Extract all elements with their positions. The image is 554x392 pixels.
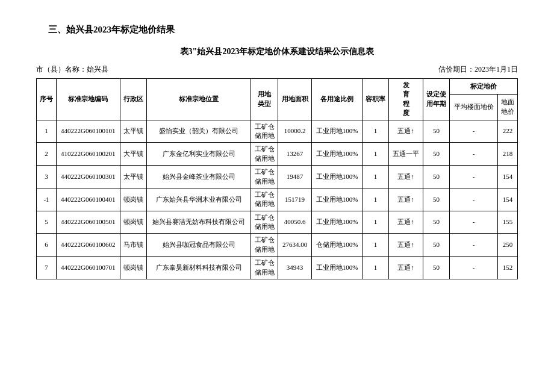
table-cell: 7 (37, 257, 57, 279)
table-cell: 410222G060100201 (56, 143, 120, 166)
table-row: 1440222G060100101太平镇盛怡实业（韶关）有限公司工矿仓储用地10… (37, 120, 518, 143)
table-row: -1440222G060100401顿岗镇广东始兴县华洲木业有限公司工矿仓储用地… (37, 188, 518, 211)
table-cell: 440222G060100101 (56, 120, 120, 143)
table-cell: 40050.6 (278, 211, 311, 234)
table-cell: 218 (497, 143, 517, 166)
table-cell: 始兴县赛洁无妨布科技有限公司 (147, 211, 251, 234)
table-cell: 50 (423, 257, 450, 279)
main-title: 三、始兴县2023年标定地价结果 (48, 24, 518, 36)
table-cell: - (450, 166, 498, 188)
table-cell: 广东始兴县华洲木业有限公司 (147, 188, 251, 211)
table-cell: 440222G060100701 (56, 257, 120, 279)
table-cell: 50 (423, 166, 450, 188)
table-cell: 50 (423, 120, 450, 143)
table-cell: 马市镇 (120, 234, 147, 257)
col-years: 设定使用年期 (423, 79, 450, 120)
table-cell: 34943 (278, 257, 311, 279)
table-cell: 工矿仓储用地 (251, 211, 278, 234)
table-cell: 152 (497, 257, 517, 279)
table-cell: 440222G060100401 (56, 188, 120, 211)
table-cell: 工矿仓储用地 (251, 234, 278, 257)
table-cell: 工矿仓储用地 (251, 257, 278, 279)
table-cell: 13267 (278, 143, 311, 166)
table-cell: 1 (362, 257, 389, 279)
table-cell: 1 (37, 120, 57, 143)
table-cell: 五通一平 (389, 143, 423, 166)
col-development: 发育程度 (389, 79, 423, 120)
table-cell: 顿岗镇 (120, 188, 147, 211)
date-label: 估价期日：2023年1月1日 (438, 64, 518, 75)
table-cell: 顿岗镇 (120, 211, 147, 234)
table-cell: - (450, 234, 498, 257)
col-usage-ratio: 各用途比例 (312, 79, 363, 120)
table-cell: - (450, 257, 498, 279)
table-row: 7440222G060100701顿岗镇广东泰昊新材料科技有限公司工矿仓储用地3… (37, 257, 518, 279)
table-cell: 工矿仓储用地 (251, 120, 278, 143)
table-cell: 250 (497, 234, 517, 257)
table-cell: 10000.2 (278, 120, 311, 143)
table-cell: 50 (423, 234, 450, 257)
col-seq: 序号 (37, 79, 57, 120)
table-row: 3440222G060100301太平镇始兴县金峰茶业有限公司工矿仓储用地194… (37, 166, 518, 188)
table-cell: - (450, 143, 498, 166)
table-cell: 50 (423, 211, 450, 234)
table-cell: 工矿仓储用地 (251, 188, 278, 211)
meta-row: 市（县）名称：始兴县 估价期日：2023年1月1日 (36, 64, 518, 75)
table-cell: 始兴县咖冠食品有限公司 (147, 234, 251, 257)
table-cell: 19487 (278, 166, 311, 188)
table-cell: 151719 (278, 188, 311, 211)
col-land-type: 用地类型 (251, 79, 278, 120)
table-cell: 工业用地100% (312, 120, 363, 143)
city-label: 市（县）名称：始兴县 (36, 64, 108, 75)
table-cell: -1 (37, 188, 57, 211)
table-cell: 50 (423, 143, 450, 166)
col-plot-ratio: 容积率 (362, 79, 389, 120)
table-cell: 1 (362, 234, 389, 257)
table-cell: 工业用地100% (312, 257, 363, 279)
table-cell: 顿岗镇 (120, 257, 147, 279)
table-cell: - (450, 188, 498, 211)
table-cell: 工业用地100% (312, 211, 363, 234)
table-cell: 1 (362, 211, 389, 234)
table-row: 2410222G060100201大平镇广东金亿利实业有限公司工矿仓储用地132… (37, 143, 518, 166)
table-cell: 5 (37, 211, 57, 234)
table-row: 6440222G060100602马市镇始兴县咖冠食品有限公司工矿仓储用地276… (37, 234, 518, 257)
table-cell: 27634.00 (278, 234, 311, 257)
table-cell: 440222G060100301 (56, 166, 120, 188)
table-cell: 五通↑ (389, 188, 423, 211)
table-cell: 440222G060100501 (56, 211, 120, 234)
col-price-group: 标定地价 (450, 79, 518, 95)
table-cell: 440222G060100602 (56, 234, 120, 257)
table-cell: 五通↑ (389, 120, 423, 143)
col-location: 标准宗地位置 (147, 79, 251, 120)
table-cell: 6 (37, 234, 57, 257)
table-cell: 五通↑ (389, 257, 423, 279)
header-row-1: 序号 标准宗地编码 行政区 标准宗地位置 用地类型 用地面积 各用途比例 容积率… (37, 79, 518, 95)
table-cell: 仓储用地100% (312, 234, 363, 257)
table-cell: 1 (362, 188, 389, 211)
table-cell: 154 (497, 188, 517, 211)
table-cell: 始兴县金峰茶业有限公司 (147, 166, 251, 188)
table-row: 5440222G060100501顿岗镇始兴县赛洁无妨布科技有限公司工矿仓储用地… (37, 211, 518, 234)
table-cell: 1 (362, 120, 389, 143)
table-cell: - (450, 211, 498, 234)
table-cell: 五通↑ (389, 166, 423, 188)
table-cell: 2 (37, 143, 57, 166)
main-table: 序号 标准宗地编码 行政区 标准宗地位置 用地类型 用地面积 各用途比例 容积率… (36, 78, 518, 279)
col-district: 行政区 (120, 79, 147, 120)
col-code: 标准宗地编码 (56, 79, 120, 120)
table-cell: 155 (497, 211, 517, 234)
table-cell: 3 (37, 166, 57, 188)
table-cell: 广东金亿利实业有限公司 (147, 143, 251, 166)
table-cell: 1 (362, 166, 389, 188)
table-cell: 工矿仓储用地 (251, 143, 278, 166)
table-cell: 工业用地100% (312, 188, 363, 211)
table-title: 表3"始兴县2023年标定地价体系建设结果公示信息表 (36, 46, 518, 57)
table-cell: 广东泰昊新材料科技有限公司 (147, 257, 251, 279)
table-cell: 154 (497, 166, 517, 188)
col-avg-floor: 平均楼面地价 (450, 94, 498, 120)
table-cell: 盛怡实业（韶关）有限公司 (147, 120, 251, 143)
col-area: 用地面积 (278, 79, 311, 120)
table-cell: 五通↑ (389, 234, 423, 257)
table-cell: 工业用地100% (312, 166, 363, 188)
